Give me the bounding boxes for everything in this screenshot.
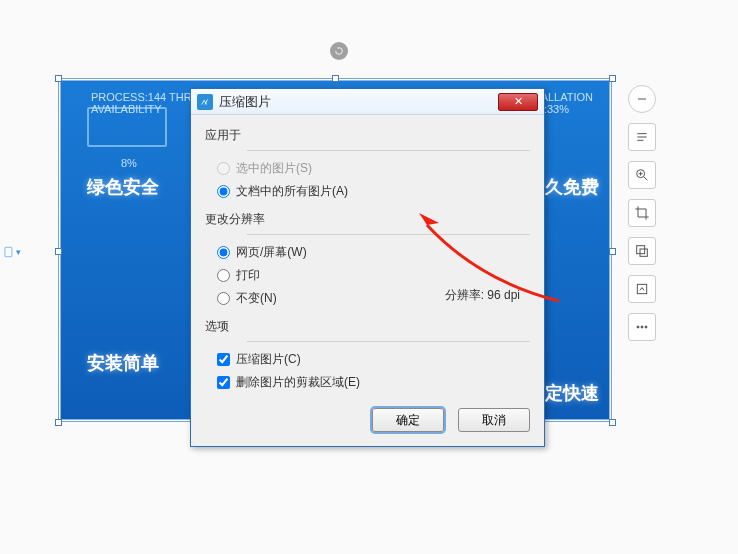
resize-handle[interactable] (609, 419, 616, 426)
svg-rect-10 (640, 249, 647, 256)
radio-label: 选中的图片(S) (236, 160, 312, 177)
bg-label: 久免费 (545, 175, 599, 199)
right-toolbar (628, 85, 656, 341)
radio-label: 网页/屏幕(W) (236, 244, 307, 261)
section-options: 选项 (205, 318, 530, 335)
radio-input[interactable] (217, 185, 230, 198)
resize-handle[interactable] (55, 419, 62, 426)
resolution-text: 分辨率: 96 dpi (445, 287, 520, 304)
zoom-button[interactable] (628, 161, 656, 189)
dialog-title: 压缩图片 (219, 93, 271, 111)
radio-input[interactable] (217, 246, 230, 259)
close-button[interactable]: ✕ (498, 93, 538, 111)
bg-label: 绿色安全 (87, 175, 159, 199)
checkbox-delete-crop[interactable]: 删除图片的剪裁区域(E) (205, 371, 530, 394)
more-button[interactable] (628, 313, 656, 341)
checkbox-input[interactable] (217, 353, 230, 366)
radio-web-screen[interactable]: 网页/屏幕(W) (205, 241, 530, 264)
radio-input[interactable] (217, 269, 230, 282)
dialog-titlebar[interactable]: 压缩图片 ✕ (191, 89, 544, 115)
resize-handle[interactable] (609, 75, 616, 82)
collapse-toolbar-button[interactable] (628, 85, 656, 113)
resize-handle[interactable] (609, 248, 616, 255)
resize-handle[interactable] (55, 248, 62, 255)
radio-input[interactable] (217, 292, 230, 305)
radio-label: 不变(N) (236, 290, 277, 307)
bg-text: 8% (121, 157, 137, 169)
section-apply-to: 应用于 (205, 127, 530, 144)
divider (205, 231, 530, 237)
checkbox-input[interactable] (217, 376, 230, 389)
hud-box (87, 107, 167, 147)
export-button[interactable] (628, 275, 656, 303)
svg-point-14 (645, 326, 647, 328)
dialog-body: 应用于 选中的图片(S) 文档中的所有图片(A) 更改分辨率 网页/屏幕(W) … (191, 115, 544, 446)
app-logo-icon (197, 94, 213, 110)
checkbox-compress[interactable]: 压缩图片(C) (205, 348, 530, 371)
radio-input (217, 162, 230, 175)
radio-label: 打印 (236, 267, 260, 284)
close-icon: ✕ (514, 95, 523, 108)
radio-label: 文档中的所有图片(A) (236, 183, 348, 200)
paste-options-dropdown[interactable]: ▾ (2, 245, 21, 259)
bg-label: 安装简单 (87, 351, 159, 375)
radio-all-images[interactable]: 文档中的所有图片(A) (205, 180, 530, 203)
rotate-handle[interactable] (330, 42, 348, 60)
cancel-button[interactable]: 取消 (458, 408, 530, 432)
checkbox-label: 压缩图片(C) (236, 351, 301, 368)
divider (205, 338, 530, 344)
checkbox-label: 删除图片的剪裁区域(E) (236, 374, 360, 391)
resize-handle[interactable] (332, 75, 339, 82)
radio-selected-image: 选中的图片(S) (205, 157, 530, 180)
divider (205, 147, 530, 153)
compress-image-dialog: 压缩图片 ✕ 应用于 选中的图片(S) 文档中的所有图片(A) 更改分辨率 网页… (190, 88, 545, 447)
svg-rect-0 (5, 247, 12, 256)
crop-button[interactable] (628, 199, 656, 227)
replace-button[interactable] (628, 237, 656, 265)
svg-point-12 (637, 326, 639, 328)
svg-rect-11 (637, 284, 646, 293)
properties-button[interactable] (628, 123, 656, 151)
svg-line-6 (644, 177, 647, 180)
section-change-resolution: 更改分辨率 (205, 211, 530, 228)
radio-print[interactable]: 打印 (205, 264, 530, 287)
svg-point-13 (641, 326, 643, 328)
svg-rect-9 (637, 246, 645, 254)
resize-handle[interactable] (55, 75, 62, 82)
bg-label: 定快速 (545, 381, 599, 405)
ok-button[interactable]: 确定 (372, 408, 444, 432)
